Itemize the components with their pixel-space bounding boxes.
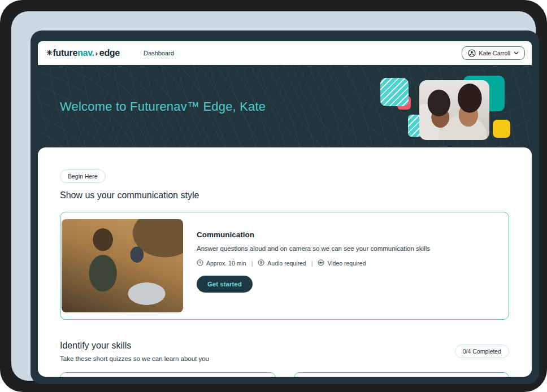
user-name-label: Kate Carroll xyxy=(479,50,510,56)
logo-word-future: future xyxy=(53,48,78,58)
hero-banner: Welcome to Futurenav™ Edge, Kate xyxy=(38,65,532,147)
logo-chevron: › xyxy=(95,49,98,58)
logo-word-nav: nav. xyxy=(77,48,94,58)
user-avatar-icon xyxy=(468,49,476,57)
meta-audio: Audio required xyxy=(258,259,306,267)
communication-card-description: Answer questions aloud and on camera so … xyxy=(197,245,430,252)
meta-video: Video required xyxy=(318,259,366,267)
skills-progress-badge: 0/4 Completed xyxy=(455,345,509,358)
futurenav-edge-logo[interactable]: ✳ future nav. › edge xyxy=(46,48,120,58)
app-viewport: ✳ future nav. › edge Dashboard xyxy=(38,41,532,377)
meta-separator: | xyxy=(311,260,313,267)
communication-section-heading: Show us your communication style xyxy=(60,190,509,201)
meta-separator: | xyxy=(251,260,253,267)
communication-card-body: Communication Answer questions aloud and… xyxy=(197,212,430,319)
logo-word-edge: edge xyxy=(99,48,120,58)
decor-striped-square-top xyxy=(380,78,409,106)
device-frame: ✳ future nav. › edge Dashboard xyxy=(0,0,547,392)
meta-audio-label: Audio required xyxy=(267,260,306,267)
get-started-button[interactable]: Get started xyxy=(197,276,253,293)
quiz-cards-row xyxy=(60,372,509,377)
meta-video-label: Video required xyxy=(327,260,366,267)
communication-card: Communication Answer questions aloud and… xyxy=(60,212,509,320)
quiz-card[interactable] xyxy=(60,372,276,377)
meta-duration: Approx. 10 min xyxy=(197,259,246,267)
user-menu-dropdown[interactable]: Kate Carroll xyxy=(462,46,525,60)
begin-here-badge: Begin Here xyxy=(60,169,106,183)
communication-card-photo xyxy=(62,219,183,312)
hero-collaboration-photo xyxy=(419,80,489,140)
app-screen: ✳ future nav. › edge Dashboard xyxy=(31,31,539,384)
audio-icon xyxy=(258,259,264,267)
communication-card-title: Communication xyxy=(197,230,430,239)
skills-section-heading: Identify your skills xyxy=(60,341,209,351)
asterisk-logo-icon: ✳ xyxy=(46,49,53,57)
chevron-down-icon xyxy=(514,51,519,55)
communication-card-meta: Approx. 10 min | xyxy=(197,259,430,267)
nav-item-dashboard[interactable]: Dashboard xyxy=(144,50,174,56)
skills-section-subheading: Take these short quizzes so we can learn… xyxy=(60,355,209,362)
clock-icon xyxy=(197,259,203,267)
decor-yellow-square xyxy=(493,120,510,138)
skills-heading-group: Identify your skills Take these short qu… xyxy=(60,341,209,362)
content-panel: Begin Here Show us your communication st… xyxy=(38,147,532,377)
device-bezel: ✳ future nav. › edge Dashboard xyxy=(11,11,536,381)
quiz-card[interactable] xyxy=(294,372,510,377)
meta-duration-label: Approx. 10 min xyxy=(206,260,246,267)
video-icon xyxy=(318,259,324,267)
hero-welcome-title: Welcome to Futurenav™ Edge, Kate xyxy=(60,99,266,114)
skills-section-header: Identify your skills Take these short qu… xyxy=(60,341,509,362)
top-navbar: ✳ future nav. › edge Dashboard xyxy=(38,41,532,65)
